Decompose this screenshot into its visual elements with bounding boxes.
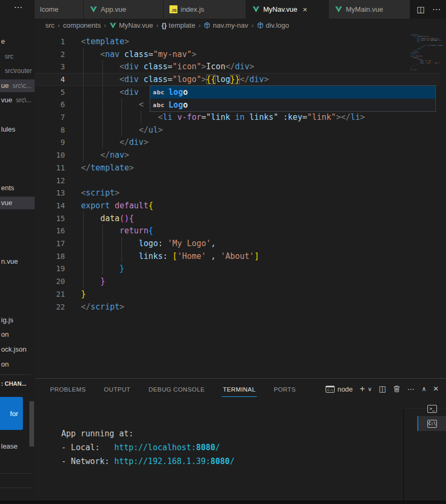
breadcrumb-item[interactable]: {}template: [161, 21, 195, 29]
breadcrumb-item[interactable]: components: [63, 21, 101, 29]
split-editor-icon[interactable]: ◫: [417, 4, 425, 14]
cmd-terminal-tab[interactable]: C:\: [417, 416, 446, 431]
sidebar-item[interactable]: ents: [0, 182, 35, 194]
panel-tab-ports[interactable]: PORTS: [273, 381, 297, 397]
sidebar-primary-button[interactable]: for: [0, 397, 23, 430]
close-panel-icon[interactable]: ×: [433, 384, 439, 394]
terminal-output[interactable]: App running at: - Local: http://localhos…: [52, 427, 234, 468]
sidebar-item[interactable]: on: [0, 328, 35, 341]
code-line[interactable]: 17 logo: 'My Logo',: [35, 237, 446, 250]
sidebar-footer-text: lease: [0, 440, 35, 453]
indent-guide: [102, 250, 103, 263]
sidebar-item[interactable]: ig.js: [0, 314, 35, 327]
panel-tab-debug-console[interactable]: DEBUG CONSOLE: [148, 381, 206, 397]
line-number: 8: [35, 126, 65, 134]
editor-tab[interactable]: MyNav.vue×: [246, 0, 329, 19]
suggest-item[interactable]: abcLogo: [150, 99, 435, 111]
sidebar-item[interactable]: lules: [0, 123, 35, 136]
sidebar-item[interactable]: uesrc\c...: [0, 79, 35, 92]
line-number: 21: [35, 290, 65, 298]
breadcrumb-item[interactable]: src: [45, 21, 54, 29]
powershell-terminal-tab[interactable]: >_: [417, 401, 446, 416]
sidebar-divider: [0, 473, 31, 474]
code-editor[interactable]: 1<template>2 <nav class="my-nav">3 <div …: [35, 32, 446, 378]
line-number: 4: [35, 75, 65, 84]
indent-guide: [83, 237, 84, 250]
sidebar-item[interactable]: vue: [0, 197, 35, 209]
code-line[interactable]: 18 links: ['Home' , 'About']: [35, 250, 446, 263]
sidebar-divider: [0, 487, 31, 488]
code-line[interactable]: 1<template>: [35, 35, 446, 48]
code-line[interactable]: 16 return{: [35, 225, 446, 238]
close-tab-icon[interactable]: ×: [303, 5, 307, 14]
breadcrumb-label: nav.my-nav: [213, 21, 248, 29]
panel-actions: C:\ node + ∨ ◫ ⋯ ∧ ×: [326, 384, 446, 394]
sidebar-section-header[interactable]: : CHAN...: [0, 377, 35, 390]
line-number: 12: [35, 176, 65, 185]
code-line[interactable]: 11</template>: [35, 161, 446, 174]
code-line[interactable]: 13<script>: [35, 186, 446, 199]
code-line[interactable]: 19 }: [35, 263, 446, 275]
breadcrumb-item[interactable]: nav.my-nav: [204, 21, 248, 29]
editor-tab-bar: lcomeApp.vueJSindex.jsMyNav.vue×MyMain.v…: [35, 0, 446, 19]
breadcrumb-label: div.logo: [266, 21, 289, 29]
suggest-label: Logo: [168, 100, 188, 110]
line-number: 20: [35, 277, 65, 286]
panel-tab-problems[interactable]: PROBLEMS: [49, 381, 87, 397]
terminal-shell-label[interactable]: C:\ node: [326, 385, 353, 393]
code-line[interactable]: 8 </ul>: [35, 124, 446, 136]
code-line[interactable]: 14export default{: [35, 199, 446, 212]
editor-tab[interactable]: lcome: [35, 0, 84, 19]
code-line[interactable]: 2 <nav class="my-nav">: [35, 48, 446, 61]
code-line[interactable]: 9 </div>: [35, 136, 446, 149]
panel-more-actions-icon[interactable]: ⋯: [407, 385, 415, 393]
code-line[interactable]: 21}: [35, 288, 446, 300]
sidebar-divider: [0, 375, 31, 375]
indent-guide: [102, 99, 103, 111]
indent-guide: [83, 263, 84, 275]
indent-guide: [83, 149, 84, 161]
line-number: 16: [35, 226, 65, 235]
sidebar-item[interactable]: on: [0, 358, 35, 371]
editor-tab[interactable]: MyMain.vue: [329, 0, 410, 19]
maximize-panel-icon[interactable]: ∧: [421, 385, 426, 393]
code-line[interactable]: 10 </nav>: [35, 149, 446, 161]
line-number: 10: [35, 151, 65, 159]
sidebar-item[interactable]: e: [0, 35, 35, 48]
indent-guide: [83, 250, 84, 263]
code-line[interactable]: 12: [35, 174, 446, 187]
sidebar-more-actions-icon[interactable]: ⋯: [14, 2, 23, 12]
breadcrumb-item[interactable]: div.logo: [257, 21, 289, 29]
line-number: 22: [35, 303, 65, 311]
editor-group: lcomeApp.vueJSindex.jsMyNav.vue×MyMain.v…: [35, 0, 446, 504]
editor-tab[interactable]: JSindex.js: [164, 0, 246, 19]
code-line[interactable]: 4 <div class="logo">{{log}}</div>: [35, 73, 446, 86]
indent-guide: [83, 111, 84, 124]
panel-tab-output[interactable]: OUTPUT: [103, 381, 132, 397]
suggest-item[interactable]: abclogo: [150, 86, 435, 99]
sidebar-item[interactable]: src: [0, 50, 35, 63]
explorer-sidebar: ⋯ esrcsrc\routeruesrc\c...vuesrc\...lule…: [0, 0, 35, 504]
code-line[interactable]: 22</script>: [35, 300, 446, 313]
sidebar-item[interactable]: src\router: [0, 64, 35, 77]
code-line[interactable]: 15 data(){: [35, 212, 446, 225]
kill-terminal-icon[interactable]: [393, 385, 400, 393]
panel-tab-terminal[interactable]: TERMINAL: [222, 381, 256, 397]
line-number: 15: [35, 214, 65, 223]
editor-tab[interactable]: App.vue: [84, 0, 164, 19]
breadcrumb-item[interactable]: MyNav.vue: [109, 21, 153, 29]
indent-guide: [141, 111, 141, 124]
sidebar-item[interactable]: vuesrc\...: [0, 94, 35, 107]
sidebar-item[interactable]: n.vue: [0, 255, 35, 268]
line-number: 13: [35, 189, 65, 197]
code-line[interactable]: 3 <div class="icon">Icon</div>: [35, 60, 446, 73]
editor-more-actions-icon[interactable]: ⋯: [432, 4, 441, 14]
terminal-tabs-sash[interactable]: [403, 408, 404, 501]
code-line[interactable]: 20 }: [35, 275, 446, 288]
split-terminal-icon[interactable]: ◫: [379, 384, 386, 394]
indent-guide: [83, 225, 84, 238]
new-terminal-button[interactable]: + ∨: [360, 384, 372, 394]
code-line[interactable]: 7 <li v-for="link in links" :key="link">…: [35, 111, 446, 124]
sidebar-item[interactable]: ock.json: [0, 343, 35, 356]
indent-guide: [102, 111, 103, 124]
